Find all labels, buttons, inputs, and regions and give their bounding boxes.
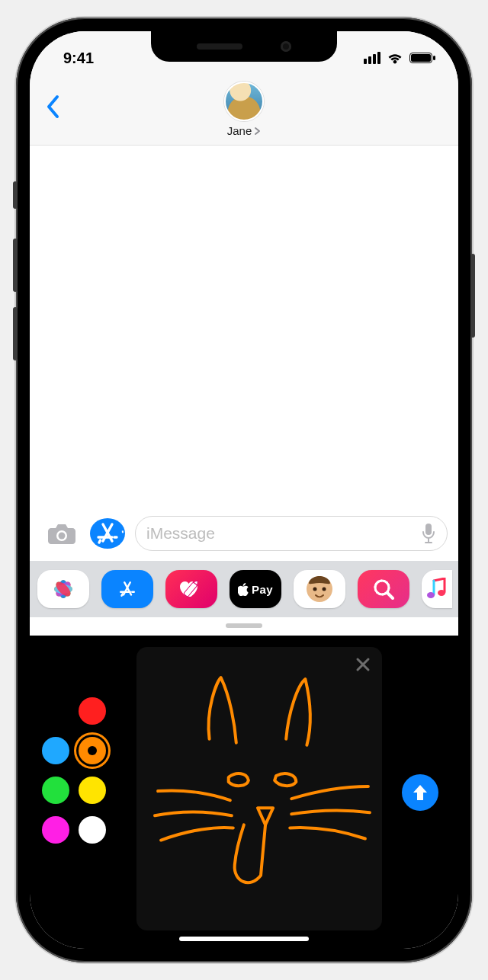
wifi-icon [387, 52, 403, 64]
svg-rect-9 [425, 524, 432, 535]
app-images[interactable] [358, 570, 409, 608]
color-swatch-orange[interactable] [79, 737, 106, 764]
svg-point-31 [323, 588, 326, 591]
app-store-icon [89, 515, 126, 552]
memoji-icon [304, 574, 335, 604]
apple-logo-icon [238, 583, 249, 596]
conversation-header: Jane [30, 74, 458, 146]
app-memoji[interactable] [294, 570, 345, 608]
contact-avatar[interactable] [224, 82, 264, 121]
home-indicator[interactable] [179, 937, 309, 941]
svg-line-8 [99, 540, 101, 543]
svg-point-30 [313, 588, 317, 591]
device-notch [151, 31, 337, 62]
digital-touch-panel [30, 636, 458, 949]
app-apple-pay[interactable]: Pay [230, 570, 281, 608]
side-button [470, 254, 475, 338]
color-swatch-white[interactable] [79, 816, 106, 844]
svg-point-1 [59, 533, 66, 540]
camera-icon [47, 521, 77, 546]
app-drawer-grabber[interactable] [30, 617, 458, 636]
imessage-app-strip[interactable]: Pay [30, 561, 458, 617]
svg-point-35 [427, 592, 435, 598]
volume-up-button [13, 239, 18, 292]
compose-bar: iMessage [30, 508, 458, 561]
color-palette [42, 697, 109, 850]
svg-line-34 [387, 593, 393, 598]
back-button[interactable] [45, 94, 60, 120]
color-swatch-yellow[interactable] [79, 777, 106, 804]
iphone-device-frame: 9:41 Jane [16, 18, 472, 962]
color-swatch-magenta[interactable] [42, 816, 69, 844]
front-camera [281, 41, 291, 52]
color-swatch-red[interactable] [79, 697, 106, 725]
drawing-canvas-card [136, 647, 382, 930]
grabber-handle-icon [226, 623, 262, 628]
app-music[interactable] [422, 570, 452, 608]
status-time: 9:41 [63, 50, 94, 67]
digital-touch-icon [178, 578, 205, 600]
app-photos[interactable] [37, 570, 89, 608]
cellular-signal-icon [364, 52, 380, 64]
camera-button[interactable] [43, 515, 80, 552]
earpiece-speaker [197, 43, 242, 50]
color-swatch-green[interactable] [42, 777, 69, 804]
message-thread[interactable] [30, 146, 458, 508]
photos-icon [50, 576, 76, 602]
send-button[interactable] [402, 774, 438, 811]
search-icon [372, 578, 395, 600]
volume-down-button [13, 307, 18, 360]
battery-icon [409, 53, 432, 63]
contact-details-button[interactable]: Jane [30, 124, 458, 137]
message-input-placeholder: iMessage [146, 524, 421, 543]
app-store-icon [116, 578, 139, 600]
chevron-right-icon [253, 127, 261, 136]
app-store[interactable] [101, 570, 153, 608]
contact-name: Jane [227, 124, 252, 137]
music-icon [426, 578, 448, 600]
message-input[interactable]: iMessage [135, 516, 448, 551]
cat-drawing[interactable] [144, 662, 374, 915]
app-digital-touch[interactable] [165, 570, 217, 608]
app-drawer-button[interactable] [89, 515, 126, 552]
color-swatch-blue[interactable] [42, 737, 69, 764]
apple-pay-label: Pay [252, 583, 273, 596]
dictation-button[interactable] [421, 523, 436, 544]
silence-switch [13, 181, 18, 209]
svg-point-36 [438, 590, 445, 596]
arrow-up-icon [411, 783, 429, 802]
svg-line-24 [122, 594, 123, 596]
